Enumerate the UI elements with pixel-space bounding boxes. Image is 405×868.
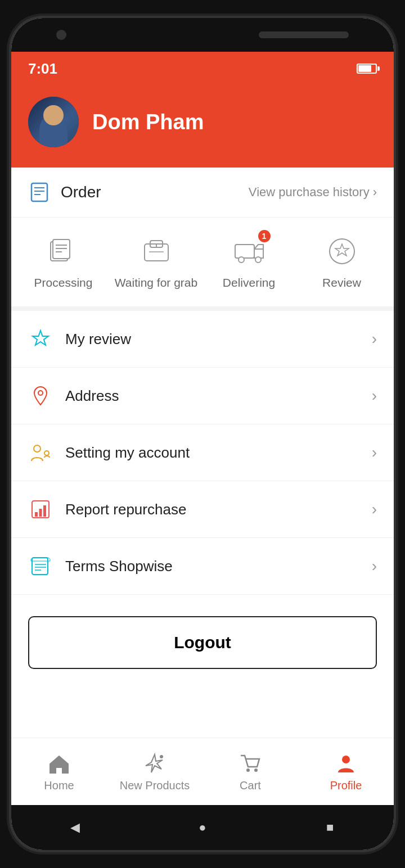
status-item-processing[interactable]: Processing [17,234,110,290]
menu-item-address[interactable]: Address › [11,368,394,424]
menu-item-my-review[interactable]: My review › [11,311,394,368]
review-icon-wrap [325,234,359,268]
sparkle-icon [142,751,167,776]
phone-shell: 7:01 Dom Pham [11,18,394,850]
svg-rect-0 [32,183,47,201]
menu-item-report-left: Report repurchase [28,497,186,522]
svg-point-31 [342,756,350,763]
menu-item-report[interactable]: Report repurchase › [11,481,394,538]
svg-rect-13 [235,245,254,258]
nav-item-profile[interactable]: Profile [298,751,394,792]
recents-button[interactable]: ■ [319,816,341,839]
battery-fill [358,65,371,72]
logout-wrap: Logout [11,599,394,686]
terms-label: Terms Shopwise [65,558,173,575]
view-history-link[interactable]: View purchase history › [249,185,377,200]
svg-point-29 [246,768,250,772]
star-icon [28,327,53,351]
status-item-review[interactable]: Review [295,234,388,290]
cart-nav-label: Cart [240,779,261,792]
order-left: Order [28,181,101,204]
menu-item-terms-left: Terms Shopwise [28,554,173,578]
status-bar: 7:01 [11,52,394,85]
order-icon [28,181,51,204]
nav-item-new-products[interactable]: New Products [107,751,202,792]
my-review-label: My review [65,331,131,348]
settings-label: Setting my account [65,444,190,462]
location-icon [28,383,53,408]
svg-point-28 [160,755,163,758]
svg-point-18 [34,445,40,452]
report-icon [28,497,53,522]
processing-icon-wrap [47,234,80,268]
svg-rect-21 [35,512,38,517]
menu-section: My review › Address [11,311,394,595]
view-history-text: View purchase history [249,185,370,200]
svg-rect-22 [39,509,42,517]
logout-button[interactable]: Logout [28,616,377,669]
waiting-icon-wrap [140,234,173,268]
menu-item-settings-left: Setting my account [28,440,190,465]
nav-item-cart[interactable]: Cart [202,751,298,792]
svg-rect-24 [32,558,48,575]
back-button[interactable]: ◀ [64,816,86,839]
delivering-label: Delivering [223,276,275,290]
order-label: Order [61,183,101,201]
address-chevron: › [372,387,377,405]
svg-point-30 [254,768,258,772]
svg-point-15 [255,257,261,263]
svg-point-14 [238,257,244,263]
settings-chevron: › [372,444,377,462]
terms-chevron: › [372,557,377,575]
status-item-delivering[interactable]: 1 Delivering [202,234,295,290]
waiting-label: Waiting for grab [115,276,197,290]
avatar-image [28,97,79,147]
menu-item-settings[interactable]: Setting my account › [11,424,394,481]
terms-icon [28,554,53,578]
battery-icon [357,64,377,74]
cart-icon [238,751,263,776]
review-label: Review [322,276,361,290]
nav-item-home[interactable]: Home [11,751,107,792]
svg-point-16 [330,239,354,264]
report-chevron: › [372,500,377,518]
status-time: 7:01 [28,60,57,78]
main-content: Order View purchase history › [11,168,394,738]
menu-item-terms[interactable]: Terms Shopwise › [11,538,394,595]
order-status-row: Processing Waiting for grab [11,218,394,311]
new-products-nav-label: New Products [120,779,190,792]
view-history-chevron: › [373,185,377,200]
my-review-chevron: › [372,330,377,348]
home-icon [47,751,71,776]
processing-label: Processing [34,276,93,290]
delivering-badge: 1 [258,230,271,242]
speaker [259,31,349,38]
home-nav-label: Home [44,779,74,792]
profile-nav-label: Profile [330,779,362,792]
svg-rect-23 [43,505,46,517]
profile-icon [334,751,358,776]
report-label: Report repurchase [65,501,186,518]
svg-point-19 [44,451,49,455]
home-button[interactable]: ● [191,816,214,839]
username: Dom Pham [92,110,204,134]
bottom-nav: Home New Products [11,738,394,805]
svg-point-17 [38,391,43,395]
menu-item-address-left: Address [28,383,119,408]
avatar [28,97,79,147]
status-item-waiting[interactable]: Waiting for grab [110,234,202,290]
phone-screen: 7:01 Dom Pham [11,18,394,850]
menu-item-my-review-left: My review [28,327,131,351]
address-label: Address [65,387,119,405]
android-nav: ◀ ● ■ [11,805,394,850]
order-header: Order View purchase history › [11,168,394,218]
camera [56,30,66,40]
account-settings-icon [28,440,53,465]
header: Dom Pham [11,85,394,168]
phone-top-hardware [11,18,394,52]
delivering-icon-wrap: 1 [232,234,266,268]
